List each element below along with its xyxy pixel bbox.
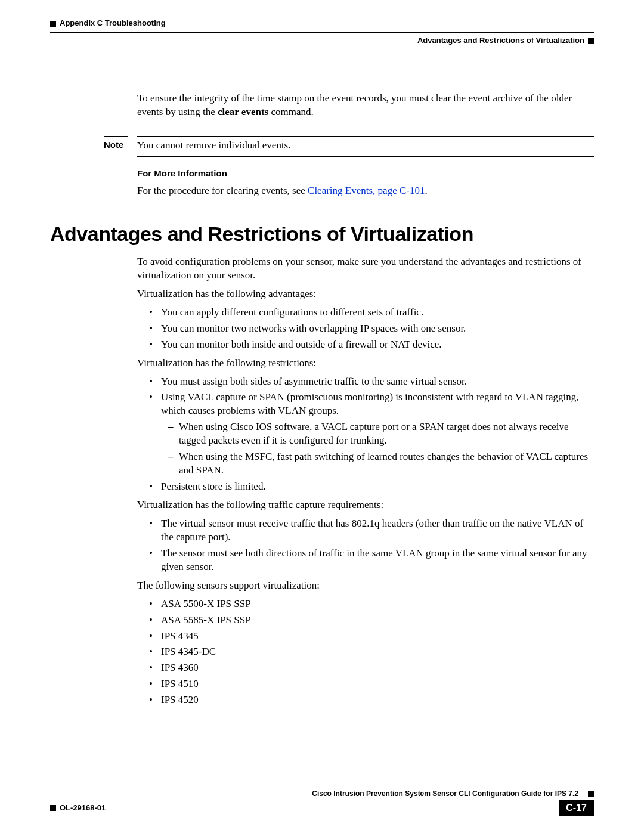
advantages-intro: Virtualization has the following advanta… bbox=[137, 287, 594, 301]
note-text: You cannot remove individual events. bbox=[137, 139, 594, 153]
note-block: Note You cannot remove individual events… bbox=[50, 136, 594, 157]
footer-bar-icon bbox=[588, 791, 594, 797]
list-item: You can apply different configurations t… bbox=[161, 306, 594, 320]
list-item: When using Cisco IOS software, a VACL ca… bbox=[179, 420, 594, 448]
intro-text-a: To ensure the integrity of the time stam… bbox=[137, 92, 572, 117]
section-label: Advantages and Restrictions of Virtualiz… bbox=[417, 36, 584, 45]
list-item: Using VACL capture or SPAN (promiscuous … bbox=[161, 391, 594, 478]
intro-text-b: command. bbox=[268, 106, 314, 117]
for-more-info: For More Information For the procedure f… bbox=[137, 168, 594, 198]
list-item: You can monitor two networks with overla… bbox=[161, 322, 594, 336]
intro-text: To ensure the integrity of the time stam… bbox=[137, 92, 594, 119]
list-item: IPS 4360 bbox=[161, 661, 594, 675]
support-list: ASA 5500-X IPS SSP ASA 5585-X IPS SSP IP… bbox=[137, 597, 594, 708]
appendix-label: Appendix C Troubleshooting bbox=[60, 18, 166, 27]
intro-paragraph: To ensure the integrity of the time stam… bbox=[137, 92, 594, 119]
page-footer: Cisco Intrusion Prevention System Sensor… bbox=[50, 786, 594, 816]
body-p1: To avoid configuration problems on your … bbox=[137, 255, 594, 283]
list-item: The virtual sensor must receive traffic … bbox=[161, 517, 594, 544]
page-number: C-17 bbox=[559, 800, 594, 816]
restrictions-list: You must assign both sides of asymmetric… bbox=[137, 375, 594, 494]
restrictions-sublist: When using Cisco IOS software, a VACL ca… bbox=[161, 420, 594, 478]
header-rule bbox=[50, 32, 594, 33]
requirements-list: The virtual sensor must receive traffic … bbox=[137, 517, 594, 574]
list-item: ASA 5585-X IPS SSP bbox=[161, 614, 594, 627]
footer-doc-number: OL-29168-01 bbox=[60, 803, 106, 813]
list-item: ASA 5500-X IPS SSP bbox=[161, 597, 594, 611]
footer-bar-icon bbox=[50, 805, 56, 811]
list-item-text: Using VACL capture or SPAN (promiscuous … bbox=[161, 391, 578, 416]
list-item: When using the MSFC, fast path switching… bbox=[179, 450, 594, 478]
running-header-left: Appendix C Troubleshooting bbox=[50, 18, 594, 29]
header-bar-icon bbox=[588, 38, 594, 44]
list-item: IPS 4345 bbox=[161, 630, 594, 643]
advantages-list: You can apply different configurations t… bbox=[137, 306, 594, 352]
header-bar-icon bbox=[50, 21, 56, 27]
section-body: To avoid configuration problems on your … bbox=[137, 255, 594, 707]
restrictions-intro: Virtualization has the following restric… bbox=[137, 357, 594, 370]
list-item: You can monitor both inside and outside … bbox=[161, 338, 594, 352]
list-item: You must assign both sides of asymmetric… bbox=[161, 375, 594, 389]
requirements-intro: Virtualization has the following traffic… bbox=[137, 498, 594, 512]
list-item: IPS 4510 bbox=[161, 677, 594, 691]
fmi-heading: For More Information bbox=[137, 168, 594, 179]
running-header-right: Advantages and Restrictions of Virtualiz… bbox=[50, 35, 594, 46]
footer-book-title: Cisco Intrusion Prevention System Sensor… bbox=[50, 789, 584, 798]
section-heading: Advantages and Restrictions of Virtualiz… bbox=[50, 221, 594, 248]
note-label: Note bbox=[50, 139, 137, 153]
list-item: Persistent store is limited. bbox=[161, 480, 594, 494]
page: Appendix C Troubleshooting Advantages an… bbox=[0, 0, 644, 833]
fmi-text-a: For the procedure for clearing events, s… bbox=[137, 185, 308, 196]
clearing-events-link[interactable]: Clearing Events, page C-101 bbox=[308, 185, 425, 196]
list-item: The sensor must see both directions of t… bbox=[161, 547, 594, 574]
fmi-text: For the procedure for clearing events, s… bbox=[137, 184, 594, 198]
clear-events-command: clear events bbox=[218, 106, 268, 117]
list-item: IPS 4520 bbox=[161, 693, 594, 707]
fmi-text-b: . bbox=[425, 185, 427, 196]
list-item: IPS 4345-DC bbox=[161, 645, 594, 659]
support-intro: The following sensors support virtualiza… bbox=[137, 579, 594, 593]
